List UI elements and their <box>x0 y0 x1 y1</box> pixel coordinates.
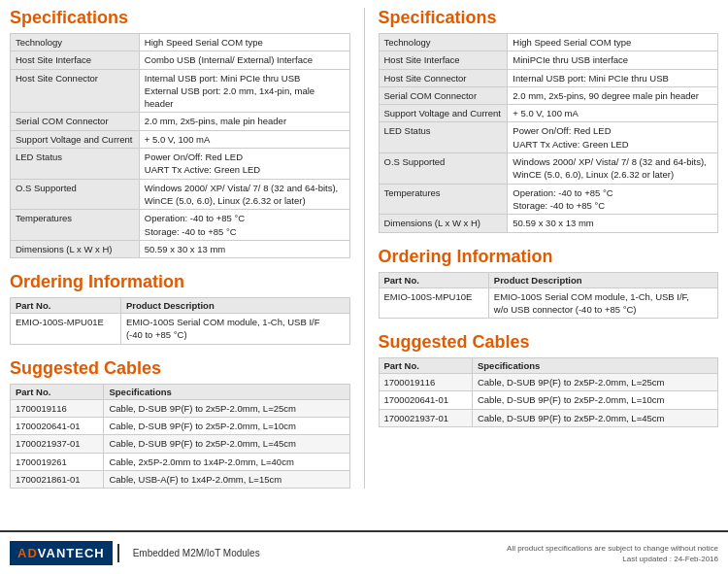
table-cell: 1700021937-01 <box>11 435 104 453</box>
right-cables-table: Part No.Specifications1700019116Cable, D… <box>379 357 719 427</box>
table-cell: EMIO-100S-MPU01E <box>11 314 121 345</box>
spec-value: 2.0 mm, 2x5-pins, male pin header <box>139 113 349 130</box>
logo-vantech: VANTECH <box>38 546 105 560</box>
table-row: EMIO-100S-MPU10EEMIO-100S Serial COM mod… <box>379 287 718 319</box>
footer-date: Last updated : 24-Feb-2016 <box>622 555 718 563</box>
spec-label: Support Voltage and Current <box>11 130 140 148</box>
spec-value: 50.59 x 30 x 13 mm <box>139 240 349 257</box>
spec-label: Serial COM Connector <box>11 113 140 130</box>
spec-label: Host Site Interface <box>379 51 508 69</box>
main-content: Specifications TechnologyHigh Speed Seri… <box>0 0 728 547</box>
table-cell: Cable, D-SUB 9P(F) to 2x5P-2.0mm, L=45cm <box>104 435 349 453</box>
spec-label: Dimensions (L x W x H) <box>11 240 140 257</box>
column-divider <box>364 8 365 489</box>
spec-value: Power On/Off: Red LED UART Tx Active: Gr… <box>508 122 718 153</box>
table-header: Part No. <box>379 358 472 374</box>
table-row: 1700021861-01Cable, USB-A(F) to 1x4P-2.0… <box>11 470 350 488</box>
spec-value: Operation: -40 to +85 °C Storage: -40 to… <box>139 210 349 241</box>
right-ordering-title: Ordering Information <box>379 247 719 267</box>
table-cell: Cable, D-SUB 9P(F) to 2x5P-2.0mm, L=45cm <box>472 409 717 426</box>
spec-value: Operation: -40 to +85 °C Storage: -40 to… <box>508 184 718 215</box>
spec-value: 2.0 mm, 2x5-pins, 90 degree male pin hea… <box>508 86 718 104</box>
spec-label: Temperatures <box>11 210 140 241</box>
spec-label: O.S Supported <box>379 153 508 185</box>
spec-value: Power On/Off: Red LED UART Tx Active: Gr… <box>139 149 349 180</box>
table-cell: 1700019261 <box>11 453 104 470</box>
left-specs-title: Specifications <box>10 8 350 28</box>
spec-label: Host Site Interface <box>11 51 140 69</box>
table-header: Product Description <box>488 272 717 287</box>
table-cell: 1700019116 <box>379 374 472 391</box>
spec-value: High Speed Serial COM type <box>508 34 718 51</box>
spec-value: Internal USB port: Mini PCIe thru USB Ex… <box>139 69 349 113</box>
table-cell: 1700021937-01 <box>379 409 472 426</box>
right-ordering-table: Part No.Product DescriptionEMIO-100S-MPU… <box>379 272 719 320</box>
spec-label: Host Site Connector <box>379 69 508 86</box>
table-row: 1700021937-01Cable, D-SUB 9P(F) to 2x5P-… <box>11 435 350 453</box>
table-cell: Cable, D-SUB 9P(F) to 2x5P-2.0mm, L=10cm <box>472 391 717 409</box>
footer-notice: All product specifications are subject t… <box>507 544 718 553</box>
footer-logo: ADVANTECH <box>10 541 113 565</box>
spec-label: Technology <box>11 34 140 51</box>
spec-label: Temperatures <box>379 184 508 215</box>
table-row: 1700019116Cable, D-SUB 9P(F) to 2x5P-2.0… <box>379 374 718 391</box>
left-spec-table: TechnologyHigh Speed Serial COM typeHost… <box>10 33 350 258</box>
spec-label: Serial COM Connector <box>379 86 508 104</box>
table-header: Part No. <box>11 298 121 314</box>
spec-label: Technology <box>379 34 508 51</box>
table-header: Specifications <box>472 358 717 374</box>
right-specs-title: Specifications <box>379 8 719 28</box>
table-row: EMIO-100S-MPU01EEMIO-100S Serial COM mod… <box>11 314 350 345</box>
table-row: 1700020641-01Cable, D-SUB 9P(F) to 2x5P-… <box>379 391 718 409</box>
table-header: Product Description <box>120 298 349 314</box>
spec-label: Host Site Connector <box>11 69 140 113</box>
spec-value: Windows 2000/ XP/ Vista/ 7/ 8 (32 and 64… <box>508 153 718 185</box>
spec-value: + 5.0 V, 100 mA <box>139 130 349 148</box>
spec-value: + 5.0 V, 100 mA <box>508 105 718 122</box>
table-cell: Cable, D-SUB 9P(F) to 2x5P-2.0mm, L=25cm <box>472 374 717 391</box>
table-cell: EMIO-100S-MPU10E <box>379 287 488 319</box>
table-cell: 1700019116 <box>11 399 104 417</box>
spec-label: O.S Supported <box>11 179 140 210</box>
spec-value: High Speed Serial COM type <box>139 34 349 51</box>
footer-left: ADVANTECH Embedded M2M/IoT Modules <box>10 541 260 565</box>
right-spec-table: TechnologyHigh Speed Serial COM typeHost… <box>379 33 719 233</box>
spec-label: Dimensions (L x W x H) <box>379 215 508 232</box>
table-cell: Cable, D-SUB 9P(F) to 2x5P-2.0mm, L=25cm <box>104 399 349 417</box>
table-header: Part No. <box>379 272 488 287</box>
spec-value: Combo USB (Internal/ External) Interface <box>139 51 349 69</box>
table-header: Part No. <box>11 384 104 399</box>
footer-tagline: Embedded M2M/IoT Modules <box>117 544 260 562</box>
left-cables-table: Part No.Specifications1700019116Cable, D… <box>10 384 350 489</box>
table-header: Specifications <box>104 384 349 399</box>
spec-label: LED Status <box>379 122 508 153</box>
table-cell: EMIO-100S Serial COM module, 1-Ch, USB I… <box>120 314 349 345</box>
spec-value: Internal USB port: Mini PCIe thru USB <box>508 69 718 86</box>
table-cell: Cable, USB-A(F) to 1x4P-2.0mm, L=15cm <box>104 470 349 488</box>
table-row: 1700019116Cable, D-SUB 9P(F) to 2x5P-2.0… <box>11 399 350 417</box>
table-cell: 1700020641-01 <box>379 391 472 409</box>
spec-value: MiniPCIe thru USB interface <box>508 51 718 69</box>
table-row: 1700019261Cable, 2x5P-2.0mm to 1x4P-2.0m… <box>11 453 350 470</box>
spec-value: 50.59 x 30 x 13 mm <box>508 215 718 232</box>
table-cell: Cable, 2x5P-2.0mm to 1x4P-2.0mm, L=40cm <box>104 453 349 470</box>
logo-ad: AD <box>17 546 38 560</box>
spec-value: Windows 2000/ XP/ Vista/ 7/ 8 (32 and 64… <box>139 179 349 210</box>
left-cables-title: Suggested Cables <box>10 358 350 379</box>
left-column: Specifications TechnologyHigh Speed Seri… <box>10 8 350 489</box>
left-ordering-title: Ordering Information <box>10 272 350 292</box>
table-cell: Cable, D-SUB 9P(F) to 2x5P-2.0mm, L=10cm <box>104 418 349 435</box>
spec-label: LED Status <box>11 149 140 180</box>
left-ordering-table: Part No.Product DescriptionEMIO-100S-MPU… <box>10 297 350 345</box>
right-column: Specifications TechnologyHigh Speed Seri… <box>379 8 719 489</box>
table-cell: EMIO-100S Serial COM module, 1-Ch, USB I… <box>488 287 717 319</box>
right-cables-title: Suggested Cables <box>379 332 719 353</box>
table-row: 1700020641-01Cable, D-SUB 9P(F) to 2x5P-… <box>11 418 350 435</box>
footer: ADVANTECH Embedded M2M/IoT Modules All p… <box>0 530 728 574</box>
spec-label: Support Voltage and Current <box>379 105 508 122</box>
table-row: 1700021937-01Cable, D-SUB 9P(F) to 2x5P-… <box>379 409 718 426</box>
table-cell: 1700020641-01 <box>11 418 104 435</box>
table-cell: 1700021861-01 <box>11 470 104 488</box>
